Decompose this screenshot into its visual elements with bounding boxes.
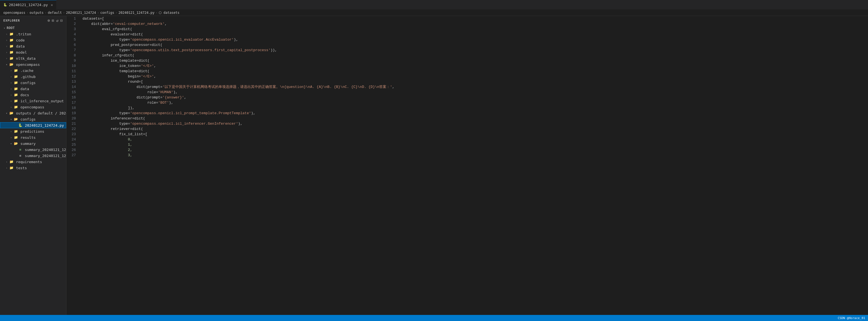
sidebar-item-predictions[interactable]: 📁 predictions xyxy=(0,128,66,134)
token: '{answer}' xyxy=(162,95,184,100)
code-line: 2, xyxy=(83,147,868,153)
cache-chevron xyxy=(9,69,13,72)
token: fix_id_list=[ xyxy=(83,132,147,136)
breadcrumb-date[interactable]: 20240121_124724 xyxy=(66,11,96,15)
code-line: type='opencompass.openicl.icl_evaluator.… xyxy=(83,37,868,42)
line-number: 25 xyxy=(71,142,76,147)
token: , xyxy=(154,64,156,68)
python-icon: 🐍 xyxy=(18,123,23,127)
new-folder-icon[interactable]: ⊞ xyxy=(52,18,54,23)
line-number: 18 xyxy=(71,105,76,111)
folder-open-icon: 📂 xyxy=(13,117,18,121)
sidebar-item-triton[interactable]: 📁 .triton xyxy=(0,31,66,37)
root-chevron xyxy=(2,27,7,30)
main-layout: EXPLORER ⊕ ⊞ ↺ ⊟ ROOT 📁 .triton 📁 code xyxy=(0,16,868,315)
token: )), xyxy=(271,48,277,52)
root-label: ROOT xyxy=(7,26,15,30)
token: role= xyxy=(83,90,158,94)
breadcrumb-default[interactable]: default xyxy=(48,11,62,15)
folder-icon: 📁 xyxy=(13,87,18,91)
folder-icon: 📁 xyxy=(13,81,18,84)
code-line: fix_id_list=[ xyxy=(83,132,868,137)
summary-txt-label: summary_20240121_124724.txt xyxy=(23,154,66,158)
folder-icon: 📁 xyxy=(9,50,14,54)
folder-icon: 📁 xyxy=(9,32,14,36)
sidebar-item-opencompass[interactable]: 📂 opencompass xyxy=(0,61,66,67)
nltk-label: nltk_data xyxy=(14,57,35,61)
code-line: type='opencompass.utils.text_postprocess… xyxy=(83,47,868,53)
oc-label: opencompass xyxy=(14,63,40,67)
line-number: 16 xyxy=(71,95,76,100)
code-lines: datasets=[ dict(abbr='ceval-computer_net… xyxy=(80,16,868,315)
root-item[interactable]: ROOT xyxy=(0,25,66,31)
sidebar-item-nltk-data[interactable]: 📁 nltk_data xyxy=(0,55,66,61)
code-editor[interactable]: 1234567891011121314151617181920212223242… xyxy=(66,16,868,315)
sidebar-item-summary[interactable]: 📂 summary xyxy=(0,140,66,147)
sidebar-item-configs2[interactable]: 📂 configs xyxy=(0,116,66,122)
breadcrumb-file[interactable]: 20240121_124724.py xyxy=(119,11,155,15)
data2-label: data xyxy=(18,87,29,91)
sidebar-item-requirements[interactable]: 📁 requirements xyxy=(0,159,66,165)
triton-label: .triton xyxy=(14,32,31,36)
token: ice_token= xyxy=(83,64,141,68)
sidebar-item-tests[interactable]: 📁 tests xyxy=(0,165,66,171)
line-numbers: 1234567891011121314151617181920212223242… xyxy=(66,16,80,315)
sidebar-item-summary-csv[interactable]: ≡ summary_20240121_124724.csv xyxy=(0,147,66,153)
breadcrumb-symbol[interactable]: ⬡ datasets xyxy=(159,11,180,15)
sidebar-header: EXPLORER ⊕ ⊞ ↺ ⊟ xyxy=(0,16,66,25)
outputs-chevron xyxy=(4,112,9,115)
sidebar-item-code[interactable]: 📁 code xyxy=(0,37,66,43)
code-line: role='HUMAN'), xyxy=(83,90,868,95)
sidebar-item-configs[interactable]: 📁 configs xyxy=(0,80,66,86)
sidebar-item-data2[interactable]: 📁 data xyxy=(0,86,66,92)
breadcrumb-opencompass[interactable]: opencompass xyxy=(3,11,25,15)
sidebar: EXPLORER ⊕ ⊞ ↺ ⊟ ROOT 📁 .triton 📁 code xyxy=(0,16,66,315)
sidebar-item-icl[interactable]: 📁 icl_inference_output xyxy=(0,98,66,104)
token: , xyxy=(164,22,167,26)
folder-icon: 📁 xyxy=(9,57,14,60)
token: , xyxy=(184,95,186,100)
refresh-icon[interactable]: ↺ xyxy=(56,18,58,23)
token: eval_cfg=dict( xyxy=(83,27,132,31)
token: round=[ xyxy=(83,80,143,84)
sidebar-item-oc2[interactable]: 📁 opencompass xyxy=(0,104,66,110)
sidebar-item-outputs[interactable]: 📂 outputs / default / 20240121_124724 xyxy=(0,110,66,116)
code-line: datasets=[ xyxy=(83,16,868,21)
token: retriever=dict( xyxy=(83,127,143,131)
sidebar-item-summary-txt[interactable]: ≡ summary_20240121_124724.txt xyxy=(0,153,66,159)
line-number: 27 xyxy=(71,153,76,158)
sidebar-item-docs[interactable]: 📁 docs xyxy=(0,92,66,98)
line-number: 2 xyxy=(71,21,76,27)
results-chevron xyxy=(9,136,13,139)
line-number: 15 xyxy=(71,90,76,95)
token: type= xyxy=(83,38,130,42)
sidebar-item-model[interactable]: 📁 model xyxy=(0,49,66,55)
github-chevron xyxy=(9,75,13,78)
py-file-label: 20240121_124724.py xyxy=(23,123,64,128)
code-line: 0, xyxy=(83,137,868,142)
sidebar-item-github[interactable]: 📁 .github xyxy=(0,74,66,80)
sidebar-item-data[interactable]: 📁 data xyxy=(0,43,66,49)
summary-csv-label: summary_20240121_124724.csv xyxy=(23,148,66,152)
new-file-icon[interactable]: ⊕ xyxy=(48,18,50,23)
code-line: dict(abbr='ceval-computer_network', xyxy=(83,21,868,27)
token: 'opencompass.openicl.icl_prompt_template… xyxy=(130,111,251,115)
sidebar-item-results[interactable]: 📁 results xyxy=(0,134,66,140)
active-tab[interactable]: 🐍 20240121_124724.py × xyxy=(0,0,57,10)
breadcrumb-outputs[interactable]: outputs xyxy=(30,11,44,15)
token: type= xyxy=(83,122,130,126)
token: ), xyxy=(174,90,178,94)
txt-icon: ≡ xyxy=(18,154,23,157)
tab-close-button[interactable]: × xyxy=(51,3,53,7)
sidebar-item-py-file[interactable]: 🐍 20240121_124724.py xyxy=(0,122,66,128)
sidebar-item-cache[interactable]: 📁 .cache xyxy=(0,67,66,74)
token: ), xyxy=(234,38,238,42)
model-chevron xyxy=(4,51,9,54)
line-number: 4 xyxy=(71,32,76,37)
code-line: 3, xyxy=(83,153,868,158)
line-number: 11 xyxy=(71,69,76,74)
csv-icon: ≡ xyxy=(18,148,23,151)
collapse-icon[interactable]: ⊟ xyxy=(60,18,63,23)
breadcrumb-configs[interactable]: configs xyxy=(100,11,114,15)
triton-chevron xyxy=(4,33,9,36)
